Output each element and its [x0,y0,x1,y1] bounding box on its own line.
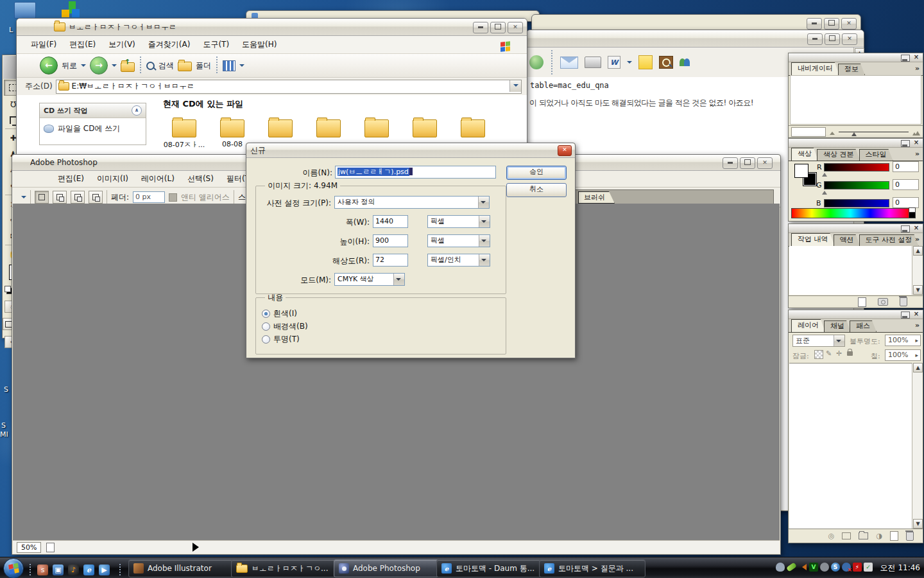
menu-image[interactable]: 이미지(I) [91,172,134,186]
layer-set-icon[interactable] [859,532,868,539]
new-document-from-state-icon[interactable] [858,297,866,307]
folder-label[interactable]: 08-07ㅈㅏ... [161,140,207,150]
zoom-level-field[interactable]: 50% [17,542,41,553]
palette-title-bar[interactable]: × [789,139,923,148]
tab-styles[interactable]: 스타일 [859,149,893,161]
menu-select[interactable]: 선택(S) [182,172,219,186]
views-icon[interactable] [223,60,235,71]
palette-title-bar[interactable]: × [789,53,923,62]
back-label[interactable]: 뒤로 [62,60,77,71]
lock-all-icon[interactable] [847,351,853,356]
close-button[interactable]: ✕ [842,33,857,45]
maximize-button[interactable] [825,33,840,45]
address-input[interactable]: E:₩ㅂㅗㄹㅏㅁㅈㅏㄱㅇㅓㅂㅁㅜㄹ [56,80,522,94]
tab-channels[interactable]: 채널 [824,320,851,332]
g-slider-thumb[interactable] [822,188,827,195]
new-layer-icon[interactable] [890,531,898,541]
width-input[interactable]: 1440 [373,215,408,228]
menu-edit[interactable]: 편집(E) [52,172,90,186]
layer-style-icon[interactable]: ◎ [828,532,835,540]
window-controls[interactable]: ✕ [807,33,857,45]
radio-transparent-row[interactable]: 투명(T) [262,334,300,345]
maximize-button[interactable] [740,157,755,169]
g-slider[interactable] [824,181,889,189]
start-button[interactable] [3,558,24,578]
mascot-icon[interactable] [820,563,829,572]
menu-file[interactable]: 파일(F) [25,37,62,52]
speaker-icon[interactable] [798,563,807,572]
b-value-field[interactable]: 0 [893,197,919,208]
minimize-button[interactable] [807,33,823,45]
user-offline-icon[interactable]: × [842,563,851,572]
adjustment-layer-icon[interactable]: ◑ [876,532,882,540]
height-input[interactable]: 900 [373,234,408,247]
antialias-checkbox[interactable] [169,193,177,202]
maximize-button[interactable] [490,22,506,33]
folder-item[interactable] [268,119,293,137]
folder-item[interactable] [220,119,244,137]
menu-layer[interactable]: 레이어(L) [135,172,180,186]
quicklaunch-music-icon[interactable]: ♪ [68,565,79,575]
taskbar-button-folder[interactable]: ㅂㅗㄹㅏㅁㅈㅏㄱㅇ... [231,559,338,577]
print-icon[interactable] [585,57,601,68]
delete-state-icon[interactable] [900,297,907,306]
folders-button[interactable] [178,60,192,71]
g-value-field[interactable]: 0 [893,179,919,190]
tab-history[interactable]: 작업 내역 [791,233,835,246]
r-slider[interactable] [824,163,889,171]
tab-tool-presets[interactable]: 도구 사전 설정 [859,234,919,246]
pointer-icon[interactable] [776,563,785,572]
note-icon[interactable] [638,55,653,69]
palette-menu-icon[interactable]: » [915,321,920,329]
blend-mode-select[interactable]: 표준 [792,335,845,347]
back-button[interactable]: ← [40,57,58,74]
folder-item[interactable] [172,119,196,137]
resolution-unit-select[interactable]: 픽셀/인치 [427,254,490,267]
menu-tools[interactable]: 도구(T) [197,37,235,52]
v3-icon[interactable]: V [809,563,818,572]
forward-button[interactable]: → [90,57,108,74]
close-button[interactable]: ✕ [841,18,857,30]
back-dropdown-icon[interactable] [81,64,86,69]
collapse-chevron-icon[interactable]: ∧ [132,105,142,116]
add-selection-button[interactable] [53,191,67,204]
quicklaunch-app-icon[interactable]: ▣ [53,565,64,575]
lock-transparency-icon[interactable] [814,350,823,359]
taskbar-button-illustrator[interactable]: Adobe Illustrator [128,559,235,577]
lock-move-icon[interactable]: ✛ [836,349,842,358]
layer-mask-icon[interactable] [842,532,851,539]
close-icon[interactable]: × [912,139,920,146]
minimize-button[interactable] [473,22,488,33]
browser-title-bar[interactable]: ✕ [527,30,864,48]
history-icon[interactable] [529,55,543,69]
desktop-blocks-icon[interactable] [61,1,81,19]
tab-navigator[interactable]: 내비게이터 [791,62,839,75]
palette-title-bar[interactable]: × [789,224,923,233]
menu-help[interactable]: 도움말(H) [236,37,282,52]
width-unit-select[interactable]: 픽셀 [427,215,490,228]
subtract-selection-button[interactable] [71,191,85,204]
cancel-button[interactable]: 취소 [506,183,567,197]
tab-layers[interactable]: 레이어 [791,319,825,332]
taskbar-button-photoshop[interactable]: Adobe Photoshop [334,559,440,577]
minimize-button[interactable] [723,157,738,169]
window-controls[interactable]: ✕ [473,22,523,33]
chevron-down-icon[interactable] [627,61,632,66]
views-dropdown-icon[interactable] [239,64,244,69]
quicklaunch-media-player-icon[interactable]: ▶ [99,565,110,575]
menu-favorites[interactable]: 즐겨찾기(A) [142,37,196,52]
minimize-button[interactable] [807,18,822,30]
intersect-selection-button[interactable] [89,191,103,204]
height-unit-select[interactable]: 픽셀 [427,234,490,247]
r-value-field[interactable]: 0 [893,161,919,172]
status-bar-arrow-icon[interactable] [193,543,203,552]
folder-item[interactable] [364,119,389,137]
minimize-icon[interactable] [901,225,910,232]
ok-button[interactable]: 승인 [506,166,567,180]
up-folder-button[interactable]: ↑ [121,60,135,71]
close-icon[interactable]: × [912,53,920,60]
spectrum-black-swatch[interactable] [909,212,916,218]
layers-scrollbar[interactable]: ▲ ▼ [912,363,922,529]
messenger-icon[interactable] [680,58,690,66]
minimize-icon[interactable] [901,140,910,147]
